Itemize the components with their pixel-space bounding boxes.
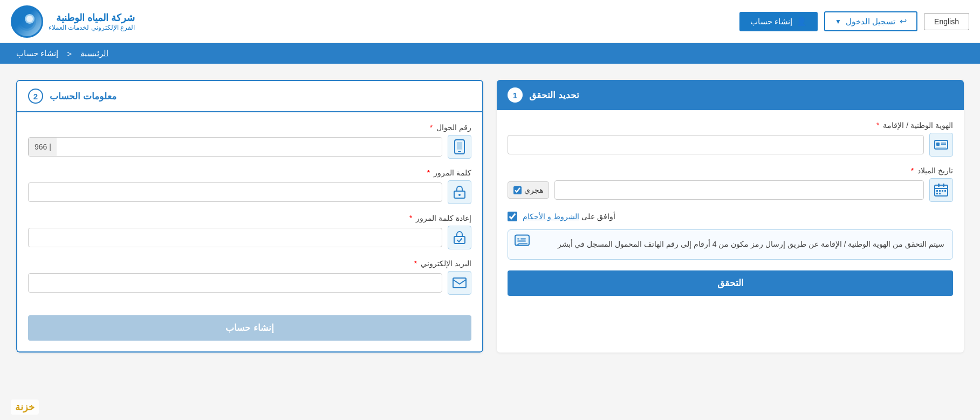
company-logo bbox=[11, 5, 43, 38]
header-left: English ↩ تسجيل الدخول ▼ 👤 إنشاء حساب bbox=[739, 11, 969, 31]
terms-checkbox-input[interactable] bbox=[508, 212, 517, 221]
verify-button[interactable]: التحقق bbox=[508, 270, 953, 296]
login-label: تسجيل الدخول bbox=[846, 17, 895, 26]
id-card-icon bbox=[929, 133, 953, 157]
svg-rect-12 bbox=[943, 184, 944, 187]
password-input[interactable] bbox=[28, 182, 442, 202]
confirm-password-input-row bbox=[28, 226, 471, 249]
svg-rect-21 bbox=[520, 238, 526, 239]
password-field-group: كلمة المرور * bbox=[28, 168, 471, 204]
verification-panel: تحديد التحقق 1 الهوية الوطنية / الإقامة … bbox=[497, 80, 964, 353]
phone-input-wrap: 966 | bbox=[28, 137, 442, 157]
confirm-password-input[interactable] bbox=[28, 228, 442, 247]
main-content: تحديد التحقق 1 الهوية الوطنية / الإقامة … bbox=[0, 64, 980, 369]
phone-field-group: رقم الجوال * 966 bbox=[28, 123, 471, 159]
svg-rect-13 bbox=[936, 190, 938, 192]
terms-row: أوافق على الشروط و الأحكام bbox=[508, 212, 953, 221]
svg-rect-11 bbox=[938, 184, 940, 187]
svg-point-3 bbox=[26, 16, 33, 22]
birthdate-required-star: * bbox=[911, 166, 914, 175]
breadcrumb-bar: الرئيسية < إنشاء حساب bbox=[0, 43, 980, 64]
create-icon: 👤 bbox=[797, 17, 807, 26]
breadcrumb-separator: < bbox=[67, 49, 72, 58]
svg-point-27 bbox=[458, 194, 461, 196]
svg-rect-15 bbox=[942, 190, 943, 192]
header: English ↩ تسجيل الدخول ▼ 👤 إنشاء حساب شر… bbox=[0, 0, 980, 43]
login-button[interactable]: ↩ تسجيل الدخول ▼ bbox=[824, 11, 917, 31]
id-field-label: الهوية الوطنية / الإقامة * bbox=[508, 121, 953, 130]
terms-before: أوافق على bbox=[579, 212, 615, 221]
hijri-label[interactable]: هجري bbox=[508, 181, 549, 199]
id-required-star: * bbox=[876, 121, 879, 130]
lock-check-icon bbox=[448, 226, 471, 249]
create-account-submit-button[interactable]: إنشاء حساب bbox=[28, 315, 471, 341]
email-field-group: البريد الإلكتروني * bbox=[28, 259, 471, 295]
email-input-row bbox=[28, 271, 471, 295]
info-message-icon bbox=[515, 233, 530, 255]
phone-icon bbox=[448, 135, 471, 159]
phone-required-star: * bbox=[430, 123, 433, 132]
verification-title: تحديد التحقق bbox=[529, 90, 579, 101]
svg-rect-16 bbox=[944, 190, 946, 192]
phone-field-label: رقم الجوال * bbox=[28, 123, 471, 132]
svg-rect-25 bbox=[457, 142, 462, 150]
breadcrumb-current: إنشاء حساب bbox=[16, 49, 58, 58]
confirm-password-required-star: * bbox=[409, 214, 412, 222]
verification-panel-body: الهوية الوطنية / الإقامة * bbox=[497, 110, 964, 307]
phone-input[interactable] bbox=[57, 138, 442, 156]
svg-rect-24 bbox=[458, 151, 461, 152]
svg-rect-20 bbox=[517, 238, 519, 239]
svg-rect-18 bbox=[939, 193, 941, 194]
confirm-password-field-label: إعادة كلمة المرور * bbox=[28, 214, 471, 222]
email-input[interactable] bbox=[28, 273, 442, 293]
svg-rect-29 bbox=[453, 278, 466, 288]
birthdate-input[interactable] bbox=[554, 180, 924, 200]
breadcrumb-home[interactable]: الرئيسية bbox=[80, 49, 108, 58]
phone-prefix: 966 | bbox=[29, 138, 57, 156]
company-subtitle: الفرع الإلكتروني لخدمات العملاء bbox=[49, 24, 135, 31]
confirm-password-field-group: إعادة كلمة المرور * bbox=[28, 214, 471, 249]
phone-input-row: 966 | bbox=[28, 135, 471, 159]
create-label: إنشاء حساب bbox=[750, 17, 792, 26]
svg-rect-22 bbox=[517, 240, 526, 241]
hijri-checkbox-input[interactable] bbox=[513, 186, 522, 194]
id-input[interactable] bbox=[508, 135, 924, 154]
terms-text: أوافق على الشروط و الأحكام bbox=[523, 212, 615, 221]
account-info-panel-header: معلومات الحساب 2 bbox=[16, 80, 483, 112]
calendar-icon bbox=[929, 178, 953, 202]
svg-rect-28 bbox=[454, 236, 465, 243]
dropdown-arrow: ▼ bbox=[835, 18, 841, 25]
terms-link[interactable]: الشروط و الأحكام bbox=[523, 212, 579, 221]
date-row: هجري bbox=[508, 178, 953, 202]
verification-panel-header: تحديد التحقق 1 bbox=[497, 80, 964, 110]
logo-text: شركة المياه الوطنية الفرع الإلكتروني لخد… bbox=[49, 12, 135, 31]
id-field-group: الهوية الوطنية / الإقامة * bbox=[508, 121, 953, 157]
birthdate-field-group: تاريخ الميلاد * bbox=[508, 166, 953, 202]
info-text: سيتم التحقق من الهوية الوطنية / الإقامة … bbox=[558, 240, 944, 248]
account-info-panel: معلومات الحساب 2 رقم الجوال * bbox=[16, 80, 483, 353]
company-name: شركة المياه الوطنية bbox=[49, 12, 135, 24]
email-field-label: البريد الإلكتروني * bbox=[28, 259, 471, 268]
password-input-row bbox=[28, 180, 471, 204]
step-2-badge: 2 bbox=[28, 89, 43, 104]
password-required-star: * bbox=[427, 168, 430, 177]
id-input-row bbox=[508, 133, 953, 157]
account-info-title: معلومات الحساب bbox=[50, 91, 116, 102]
email-required-star: * bbox=[414, 259, 417, 268]
svg-rect-14 bbox=[939, 190, 941, 192]
create-account-header-button[interactable]: 👤 إنشاء حساب bbox=[739, 12, 818, 31]
email-icon bbox=[448, 271, 471, 295]
birthdate-field-label: تاريخ الميلاد * bbox=[508, 166, 953, 175]
svg-rect-17 bbox=[936, 193, 938, 194]
login-icon: ↩ bbox=[900, 16, 907, 26]
panels-wrap: تحديد التحقق 1 الهوية الوطنية / الإقامة … bbox=[16, 80, 964, 353]
account-info-panel-body: رقم الجوال * 966 bbox=[16, 112, 483, 353]
logo-area: شركة المياه الوطنية الفرع الإلكتروني لخد… bbox=[11, 5, 135, 38]
info-box: سيتم التحقق من الهوية الوطنية / الإقامة … bbox=[508, 229, 953, 260]
svg-rect-5 bbox=[936, 143, 940, 146]
password-field-label: كلمة المرور * bbox=[28, 168, 471, 177]
hijri-text: هجري bbox=[524, 186, 543, 194]
language-button[interactable]: English bbox=[924, 13, 969, 30]
lock-icon bbox=[448, 180, 471, 204]
step-1-badge: 1 bbox=[508, 87, 523, 103]
